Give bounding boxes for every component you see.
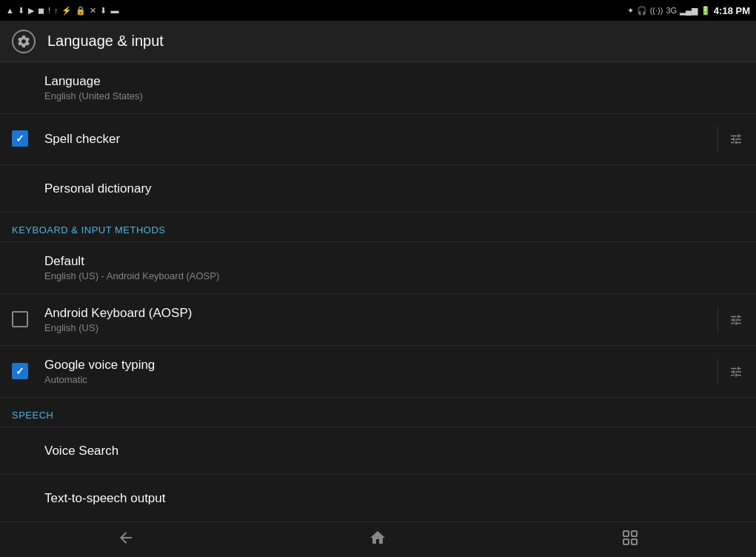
android-keyboard-checkbox[interactable]	[12, 311, 30, 329]
wifi-icon: ((·))	[650, 6, 663, 15]
android-keyboard-title: Android Keyboard (AOSP)	[44, 306, 712, 321]
svg-rect-2	[623, 539, 629, 544]
svg-rect-3	[632, 539, 637, 544]
notification-icon-1: ▲	[6, 6, 14, 15]
nav-bar	[0, 521, 756, 557]
settings-content: Language English (United States) Spell c…	[0, 62, 756, 521]
keyboard-section-header: KEYBOARD & INPUT METHODS	[0, 213, 756, 242]
list-item-default[interactable]: Default English (US) - Android Keyboard …	[0, 242, 756, 294]
svg-rect-0	[623, 531, 629, 536]
voice-search-title: Voice Search	[44, 444, 744, 458]
google-voice-typing-checkbox[interactable]	[12, 363, 30, 381]
page-title: Language & input	[47, 33, 164, 50]
battery-icon: 🔋	[700, 6, 711, 16]
title-bar: Language & input	[0, 21, 756, 62]
default-item-text: Default English (US) - Android Keyboard …	[44, 254, 744, 281]
notification-icon-2: ⬇	[18, 6, 24, 16]
headphone-icon: 🎧	[637, 6, 647, 16]
list-item-android-keyboard[interactable]: Android Keyboard (AOSP) English (US)	[0, 294, 756, 346]
status-bar-right: ✦ 🎧 ((·)) 3G ▂▄▆ 🔋 4:18 PM	[627, 5, 750, 16]
google-voice-typing-tune-button[interactable]	[717, 358, 744, 385]
status-bar: ▲ ⬇ ▶ ◼ ! ↑ ⚡ 🔒 ✕ ⬇ ▬ ✦ 🎧 ((·)) 3G ▂▄▆ 🔋…	[0, 0, 756, 21]
voice-search-item-text: Voice Search	[44, 444, 744, 458]
spell-checker-item-text: Spell checker	[44, 132, 712, 147]
default-subtitle: English (US) - Android Keyboard (AOSP)	[44, 270, 744, 281]
signal-text: 3G	[666, 6, 677, 15]
notification-icon-3: ▶	[28, 6, 34, 16]
list-item-personal-dictionary[interactable]: Personal dictionary	[0, 165, 756, 213]
list-item-voice-search[interactable]: Voice Search	[0, 427, 756, 475]
status-bar-left: ▲ ⬇ ▶ ◼ ! ↑ ⚡ 🔒 ✕ ⬇ ▬	[6, 6, 118, 16]
language-subtitle: English (United States)	[44, 90, 744, 101]
back-button[interactable]	[117, 529, 135, 551]
language-item-text: Language English (United States)	[44, 74, 744, 101]
personal-dictionary-title: Personal dictionary	[44, 181, 744, 196]
list-item-spell-checker[interactable]: Spell checker	[0, 114, 756, 165]
personal-dictionary-item-text: Personal dictionary	[44, 181, 744, 196]
gear-icon	[12, 30, 36, 53]
speech-section-header: SPEECH	[0, 398, 756, 427]
spell-checker-checkbox[interactable]	[12, 130, 30, 148]
language-title: Language	[44, 74, 744, 89]
clock: 4:18 PM	[714, 5, 750, 16]
text-to-speech-title: Text-to-speech output	[44, 491, 744, 506]
list-item-text-to-speech[interactable]: Text-to-speech output	[0, 475, 756, 521]
default-title: Default	[44, 254, 744, 269]
notification-icon-6: ↑	[54, 6, 58, 15]
svg-rect-1	[632, 531, 637, 536]
notification-icon-9: ✕	[90, 6, 96, 16]
android-keyboard-item-text: Android Keyboard (AOSP) English (US)	[44, 306, 712, 333]
google-voice-typing-subtitle: Automatic	[44, 374, 712, 385]
spell-checker-tune-button[interactable]	[717, 126, 744, 153]
notification-icon-5: !	[48, 6, 50, 15]
text-to-speech-item-text: Text-to-speech output	[44, 491, 744, 506]
android-keyboard-subtitle: English (US)	[44, 322, 712, 333]
list-item-google-voice-typing[interactable]: Google voice typing Automatic	[0, 346, 756, 398]
notification-icon-10: ⬇	[100, 6, 107, 16]
home-button[interactable]	[369, 529, 387, 551]
android-keyboard-tune-button[interactable]	[717, 307, 744, 333]
signal-bars: ▂▄▆	[680, 6, 698, 16]
spell-checker-title: Spell checker	[44, 132, 712, 147]
google-voice-typing-item-text: Google voice typing Automatic	[44, 358, 712, 385]
notification-icon-11: ▬	[110, 6, 118, 15]
notification-icon-4: ◼	[38, 6, 44, 16]
recents-button[interactable]	[621, 529, 639, 551]
list-item-language[interactable]: Language English (United States)	[0, 62, 756, 114]
google-voice-typing-title: Google voice typing	[44, 358, 712, 373]
bluetooth-icon: ✦	[627, 6, 634, 16]
notification-icon-7: ⚡	[61, 6, 72, 16]
notification-icon-8: 🔒	[76, 6, 86, 16]
